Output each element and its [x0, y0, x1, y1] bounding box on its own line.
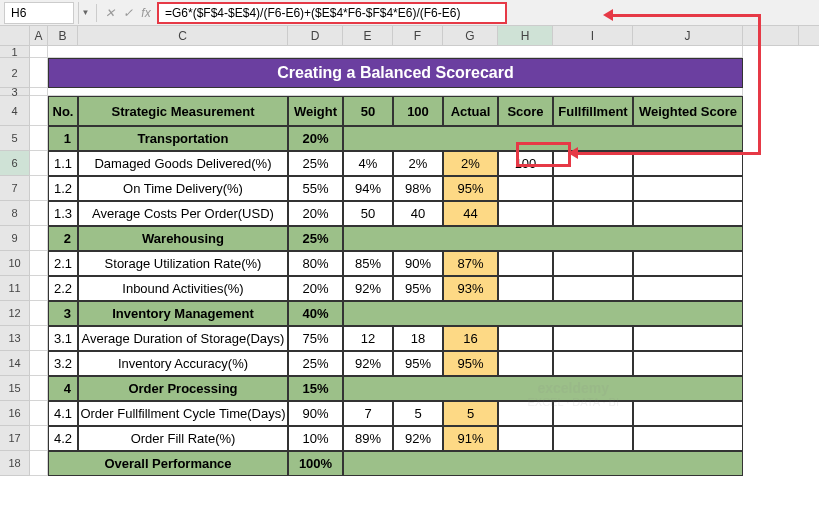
header-score[interactable]: Score: [498, 96, 553, 126]
cell[interactable]: [30, 46, 48, 58]
cell[interactable]: [48, 88, 743, 96]
cell[interactable]: [498, 276, 553, 301]
name-box[interactable]: H6: [4, 2, 74, 24]
header-50[interactable]: 50: [343, 96, 393, 126]
data-name[interactable]: Order Fullfillment Cycle Time(Days): [78, 401, 288, 426]
data-actual[interactable]: 93%: [443, 276, 498, 301]
cell[interactable]: [553, 351, 633, 376]
row-header[interactable]: 8: [0, 201, 30, 226]
cell[interactable]: [633, 326, 743, 351]
row-header[interactable]: 15: [0, 376, 30, 401]
cell[interactable]: [633, 251, 743, 276]
section-no[interactable]: 3: [48, 301, 78, 326]
col-header-j[interactable]: J: [633, 26, 743, 45]
data-actual[interactable]: 44: [443, 201, 498, 226]
data-100[interactable]: 98%: [393, 176, 443, 201]
col-header-blank[interactable]: [743, 26, 799, 45]
header-100[interactable]: 100: [393, 96, 443, 126]
section-weight[interactable]: 40%: [288, 301, 343, 326]
cell[interactable]: [30, 151, 48, 176]
data-weight[interactable]: 25%: [288, 351, 343, 376]
data-weight[interactable]: 90%: [288, 401, 343, 426]
cell[interactable]: [553, 426, 633, 451]
data-100[interactable]: 95%: [393, 276, 443, 301]
data-no[interactable]: 3.2: [48, 351, 78, 376]
data-no[interactable]: 4.2: [48, 426, 78, 451]
header-weighted-score[interactable]: Weighted Score: [633, 96, 743, 126]
row-header[interactable]: 14: [0, 351, 30, 376]
cell[interactable]: [498, 326, 553, 351]
data-name[interactable]: Order Fill Rate(%): [78, 426, 288, 451]
section-no[interactable]: 2: [48, 226, 78, 251]
header-no[interactable]: No.: [48, 96, 78, 126]
data-actual[interactable]: 87%: [443, 251, 498, 276]
col-header-c[interactable]: C: [78, 26, 288, 45]
col-header-b[interactable]: B: [48, 26, 78, 45]
data-50[interactable]: 94%: [343, 176, 393, 201]
cell[interactable]: [30, 351, 48, 376]
row-header[interactable]: 9: [0, 226, 30, 251]
data-weight[interactable]: 80%: [288, 251, 343, 276]
row-header[interactable]: 11: [0, 276, 30, 301]
cell[interactable]: [30, 88, 48, 96]
cell[interactable]: [30, 326, 48, 351]
data-name[interactable]: On Time Delivery(%): [78, 176, 288, 201]
cell[interactable]: [30, 176, 48, 201]
cancel-icon[interactable]: ✕: [101, 4, 119, 22]
cell[interactable]: [343, 126, 743, 151]
data-weight[interactable]: 25%: [288, 151, 343, 176]
data-50[interactable]: 85%: [343, 251, 393, 276]
data-actual[interactable]: 95%: [443, 351, 498, 376]
data-weight[interactable]: 20%: [288, 201, 343, 226]
data-100[interactable]: 90%: [393, 251, 443, 276]
data-weight[interactable]: 20%: [288, 276, 343, 301]
cell[interactable]: [30, 251, 48, 276]
data-actual[interactable]: 95%: [443, 176, 498, 201]
row-header[interactable]: 10: [0, 251, 30, 276]
col-header-g[interactable]: G: [443, 26, 498, 45]
data-name[interactable]: Inventory Accuracy(%): [78, 351, 288, 376]
cell[interactable]: [633, 276, 743, 301]
cell[interactable]: [633, 401, 743, 426]
header-weight[interactable]: Weight: [288, 96, 343, 126]
overall-label[interactable]: Overall Performance: [48, 451, 288, 476]
cell[interactable]: [30, 451, 48, 476]
col-header-f[interactable]: F: [393, 26, 443, 45]
overall-weight[interactable]: 100%: [288, 451, 343, 476]
section-weight[interactable]: 15%: [288, 376, 343, 401]
row-header[interactable]: 1: [0, 46, 30, 58]
cell[interactable]: [30, 426, 48, 451]
data-weight[interactable]: 10%: [288, 426, 343, 451]
cell[interactable]: [30, 126, 48, 151]
row-header[interactable]: 18: [0, 451, 30, 476]
data-50[interactable]: 50: [343, 201, 393, 226]
cell[interactable]: [498, 351, 553, 376]
section-no[interactable]: 4: [48, 376, 78, 401]
data-no[interactable]: 1.3: [48, 201, 78, 226]
section-no[interactable]: 1: [48, 126, 78, 151]
header-fullfillment[interactable]: Fullfillment: [553, 96, 633, 126]
cell[interactable]: [553, 176, 633, 201]
cell[interactable]: [633, 176, 743, 201]
data-actual[interactable]: 2%: [443, 151, 498, 176]
data-name[interactable]: Damaged Goods Delivered(%): [78, 151, 288, 176]
fx-icon[interactable]: fx: [137, 4, 155, 22]
cell[interactable]: [30, 376, 48, 401]
col-header-h[interactable]: H: [498, 26, 553, 45]
cell[interactable]: [343, 226, 743, 251]
cell[interactable]: [343, 301, 743, 326]
row-header[interactable]: 4: [0, 96, 30, 126]
cell[interactable]: [553, 201, 633, 226]
data-50[interactable]: 4%: [343, 151, 393, 176]
col-header-i[interactable]: I: [553, 26, 633, 45]
section-name[interactable]: Transportation: [78, 126, 288, 151]
cell[interactable]: [30, 276, 48, 301]
data-no[interactable]: 3.1: [48, 326, 78, 351]
data-actual[interactable]: 16: [443, 326, 498, 351]
row-header[interactable]: 6: [0, 151, 30, 176]
cell[interactable]: [498, 251, 553, 276]
row-header[interactable]: 12: [0, 301, 30, 326]
cell[interactable]: [48, 46, 743, 58]
data-name[interactable]: Storage Utilization Rate(%): [78, 251, 288, 276]
cell[interactable]: [498, 201, 553, 226]
